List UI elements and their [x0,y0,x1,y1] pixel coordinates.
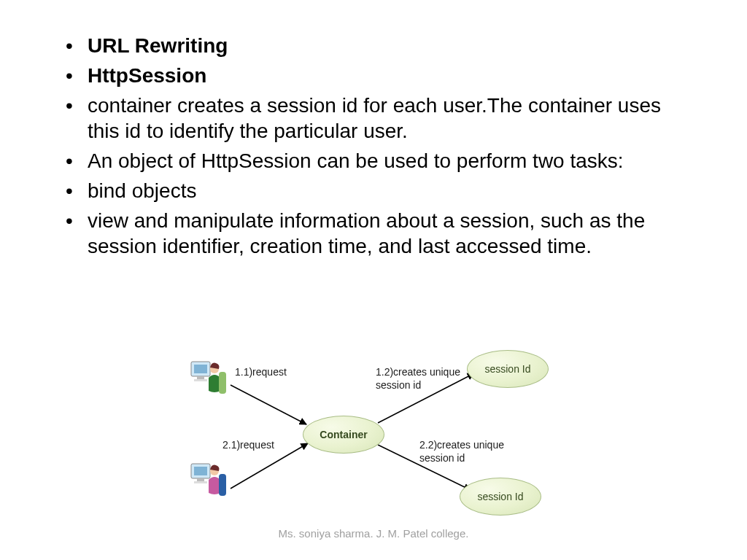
svg-rect-5 [194,365,207,373]
session-id-bottom-node: session Id [460,478,541,516]
label-create-two: 2.2)creates unique session id [419,439,504,464]
bullet-item: An object of HttpSession can be used to … [66,148,689,174]
label-create-two-line2: session id [419,452,465,464]
svg-line-0 [231,385,306,424]
session-id-top-node: session Id [467,350,549,388]
label-create-one: 1.2)creates unique session id [376,366,460,392]
svg-rect-6 [197,376,204,379]
svg-rect-11 [194,467,207,475]
label-create-one-line2: session id [376,379,421,391]
bullet-text: bind objects [88,179,196,202]
label-create-one-line1: 1.2)creates unique [376,366,460,378]
label-create-two-line1: 2.2)creates unique [419,439,504,451]
bullet-text: container creates a session id for each … [88,94,661,142]
session-id-top-label: session Id [484,363,530,375]
container-node: Container [303,416,384,454]
slide: URL Rewriting HttpSession container crea… [0,0,747,560]
user-one-icon [190,359,231,400]
svg-rect-12 [197,478,204,481]
svg-rect-13 [194,481,207,483]
bullet-item: HttpSession [66,63,689,88]
bullet-text: URL Rewriting [88,34,228,57]
session-id-bottom-label: session Id [477,491,523,502]
bullet-text: HttpSession [88,64,206,87]
bullet-item: URL Rewriting [66,33,689,58]
user-two-icon [190,461,231,502]
svg-rect-9 [219,372,226,394]
label-request-one: 1.1)request [235,366,287,379]
svg-rect-7 [194,379,207,381]
svg-rect-15 [219,474,226,496]
label-request-two: 2.1)request [222,439,274,452]
bullet-item: bind objects [66,178,689,203]
slide-footer: Ms. soniya sharma. J. M. Patel college. [0,527,747,540]
container-label: Container [320,429,367,440]
bullet-item: container creates a session id for each … [66,93,689,144]
bullet-text: An object of HttpSession can be used to … [88,149,624,172]
session-diagram: Container session Id session Id 1.1)requ… [190,350,562,518]
bullet-item: view and manipulate information about a … [66,208,689,259]
bullet-list: URL Rewriting HttpSession container crea… [66,33,689,263]
bullet-text: view and manipulate information about a … [88,209,645,257]
